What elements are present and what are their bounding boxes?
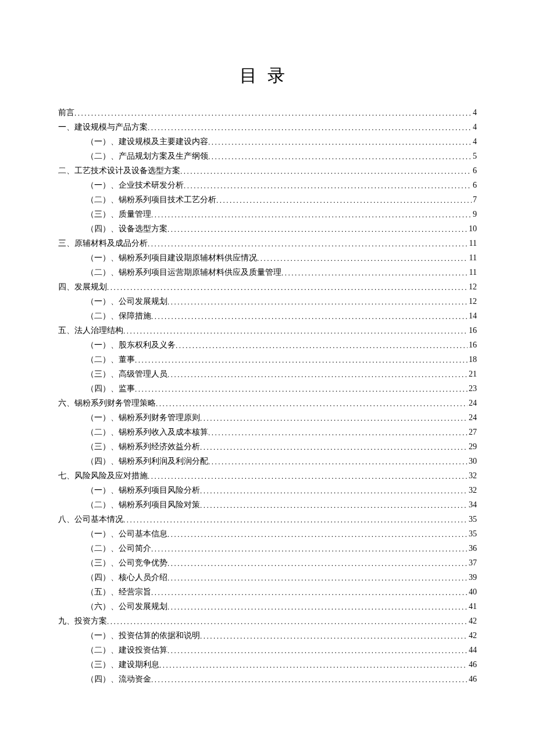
toc-leader-dots [216,196,472,204]
toc-entry: （四）、监事23 [58,385,477,393]
toc-entry-label: （二）、建设投资估算 [86,646,167,654]
toc-entry: 六、锡粉系列财务管理策略24 [58,399,477,407]
toc-entry-page: 41 [468,603,477,611]
toc-entry-label: （三）、建设期利息 [86,661,159,669]
toc-entry-label: （一）、股东权利及义务 [86,341,176,349]
toc-entry-page: 4 [472,123,477,131]
toc-entry-page: 5 [472,152,477,160]
toc-leader-dots [148,472,468,480]
toc-leader-dots [151,676,468,683]
toc-leader-dots [167,560,468,567]
toc-entry-label: （一）、企业技术研发分析 [86,181,184,189]
toc-entry-page: 14 [468,312,477,320]
toc-entry: （三）、建设期利息46 [58,661,477,669]
toc-leader-dots [107,284,468,291]
toc-entry: 七、风险风险及应对措施32 [58,472,477,480]
toc-entry: 二、工艺技术设计及设备选型方案6 [58,167,477,175]
toc-leader-dots [123,516,468,524]
toc-entry-label: （一）、锡粉系列项目建设期原辅材料供应情况 [86,254,257,262]
toc-leader-dots [123,327,468,335]
toc-entry-page: 46 [468,661,477,669]
toc-entry: （二）、产品规划方案及生产纲领5 [58,152,477,160]
toc-leader-dots [208,138,472,146]
toc-leader-dots [135,356,468,364]
toc-entry-page: 40 [468,588,477,596]
toc-entry-label: （五）、经营宗旨 [86,588,151,596]
toc-entry: （五）、经营宗旨40 [58,588,477,596]
toc-leader-dots [200,501,468,509]
toc-entry-label: 二、工艺技术设计及设备选型方案 [58,167,180,175]
toc-entry: （一）、企业技术研发分析6 [58,181,477,189]
toc-entry-page: 44 [468,646,477,654]
toc-entry-label: （六）、公司发展规划 [86,603,167,611]
toc-leader-dots [281,269,468,277]
toc-entry-label: （三）、质量管理 [86,210,151,218]
toc-entry-page: 11 [468,254,477,262]
table-of-contents: 前言4一、建设规模与产品方案4（一）、建设规模及主要建设内容4（二）、产品规划方… [58,109,477,683]
toc-entry-page: 39 [468,574,477,582]
toc-entry-label: （二）、董事 [86,356,135,364]
toc-entry: （三）、高级管理人员21 [58,370,477,378]
toc-entry: （二）、公司简介36 [58,544,477,553]
toc-entry: （二）、锡粉系列项目风险对策34 [58,501,477,509]
page-title: 目录 [58,64,477,88]
toc-entry-label: （二）、产品规划方案及生产纲领 [86,152,208,160]
toc-entry-label: （四）、锡粉系列利润及利润分配 [86,457,208,465]
toc-entry: （二）、董事18 [58,356,477,364]
toc-entry-label: （一）、投资估算的依据和说明 [86,632,200,640]
toc-entry-page: 35 [468,515,477,524]
toc-entry-page: 11 [468,239,477,248]
toc-entry-label: （二）、公司简介 [86,544,151,553]
toc-entry-page: 42 [468,617,477,625]
toc-entry-label: 三、原辅材料及成品分析 [58,239,148,248]
toc-entry: （四）、锡粉系列利润及利润分配30 [58,457,477,465]
toc-entry-label: （二）、锡粉系列项目风险对策 [86,501,200,509]
toc-entry-label: （三）、高级管理人员 [86,370,167,378]
toc-entry: （六）、公司发展规划41 [58,603,477,611]
toc-entry: （三）、质量管理9 [58,210,477,218]
toc-entry-page: 16 [468,327,477,335]
toc-entry: （二）、锡粉系列收入及成本核算27 [58,428,477,436]
toc-entry-page: 6 [472,167,477,175]
toc-entry-label: 八、公司基本情况 [58,515,123,524]
toc-leader-dots [176,342,468,349]
toc-entry: （二）、锡粉系列项目技术工艺分析7 [58,196,477,204]
toc-entry: （一）、建设规模及主要建设内容4 [58,138,477,146]
toc-entry-page: 18 [468,356,477,364]
toc-leader-dots [208,153,472,160]
toc-leader-dots [167,371,468,378]
toc-entry-label: （三）、公司竞争优势 [86,559,167,567]
toc-entry-label: 七、风险风险及应对措施 [58,472,148,480]
toc-entry-page: 12 [468,283,477,291]
toc-entry-label: （四）、监事 [86,385,135,393]
toc-entry: （四）、核心人员介绍39 [58,574,477,582]
toc-entry-label: （一）、公司发展规划 [86,298,167,306]
toc-entry-label: 四、发展规划 [58,283,107,291]
toc-entry: （一）、股东权利及义务16 [58,341,477,349]
toc-entry-label: （四）、核心人员介绍 [86,574,167,582]
toc-leader-dots [167,574,468,582]
toc-entry-label: 五、法人治理结构 [58,327,123,335]
toc-entry: （三）、公司竞争优势37 [58,559,477,567]
toc-entry-page: 4 [472,138,477,146]
toc-entry: 九、投资方案42 [58,617,477,625]
toc-entry-label: （三）、锡粉系列经济效益分析 [86,443,200,451]
toc-entry-page: 24 [468,399,477,407]
toc-entry-label: （二）、锡粉系列项目运营期原辅材料供应及质量管理 [86,268,281,277]
toc-entry-page: 32 [468,472,477,480]
toc-entry-page: 4 [472,109,477,117]
toc-leader-dots [208,458,468,465]
toc-leader-dots [184,182,472,189]
toc-entry-label: （二）、保障措施 [86,312,151,320]
toc-entry: （一）、锡粉系列项目建设期原辅材料供应情况11 [58,254,477,262]
toc-entry: （二）、保障措施14 [58,312,477,320]
toc-entry-page: 11 [468,268,477,277]
toc-leader-dots [151,589,468,596]
toc-entry: （一）、公司发展规划12 [58,298,477,306]
toc-leader-dots [167,298,468,306]
toc-entry-page: 42 [468,632,477,640]
toc-leader-dots [167,531,468,538]
toc-entry-label: （一）、公司基本信息 [86,530,167,538]
toc-entry-page: 29 [468,443,477,451]
toc-leader-dots [151,545,468,553]
